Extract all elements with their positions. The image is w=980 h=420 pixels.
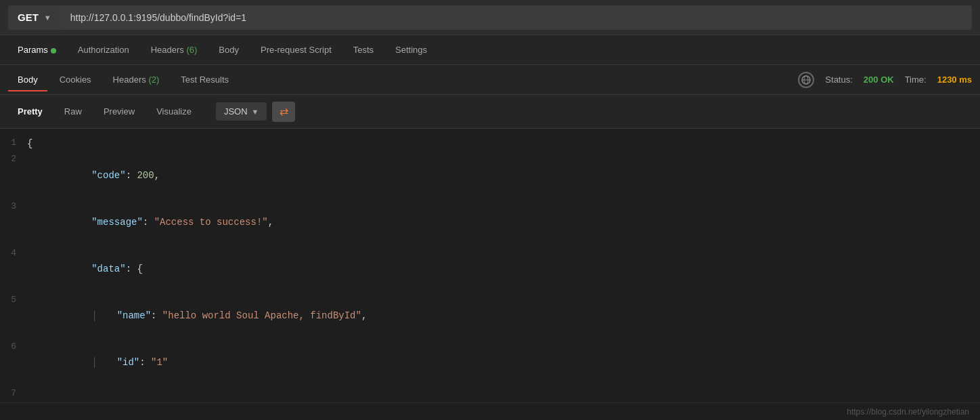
line-content: } xyxy=(27,387,980,402)
footer-link: https://blog.csdn.net/yilongzhetian xyxy=(847,407,969,417)
view-pretty[interactable]: Pretty xyxy=(9,102,51,121)
method-selector[interactable]: GET ▼ xyxy=(8,5,61,30)
json-body[interactable]: 1 { 2 "code": 200, 3 "message": "Access … xyxy=(0,129,980,402)
line-content: "data": { xyxy=(27,247,980,292)
tab-headers-response[interactable]: Headers (2) xyxy=(104,68,169,91)
tab-body-response[interactable]: Body xyxy=(8,68,47,91)
json-line-6: 6 │"id": "1" xyxy=(0,339,980,386)
json-line-5: 5 │"name": "hello world Soul Apache, fin… xyxy=(0,293,980,339)
view-preview[interactable]: Preview xyxy=(95,102,143,121)
line-number: 5 xyxy=(0,293,27,308)
wrap-button[interactable]: ⇄ xyxy=(272,102,295,122)
line-content: │"name": "hello world Soul Apache, findB… xyxy=(27,293,980,339)
headers-badge: (6) xyxy=(186,45,197,55)
line-number: 3 xyxy=(0,200,27,214)
line-number: 2 xyxy=(0,152,27,167)
request-tabs: Params Authorization Headers (6) Body Pr… xyxy=(0,35,980,65)
method-label: GET xyxy=(18,12,39,23)
tab-cookies[interactable]: Cookies xyxy=(50,68,101,91)
tab-test-results[interactable]: Test Results xyxy=(171,68,238,91)
line-content: "code": 200, xyxy=(27,152,980,198)
globe-icon[interactable] xyxy=(798,72,814,88)
response-headers-badge: (2) xyxy=(148,75,159,85)
response-status-area: Status: 200 OK Time: 1230 ms xyxy=(798,72,972,88)
line-number: 6 xyxy=(0,340,27,354)
tab-params[interactable]: Params xyxy=(8,38,66,62)
json-line-2: 2 "code": 200, xyxy=(0,152,980,198)
tab-headers-request[interactable]: Headers (6) xyxy=(141,38,207,62)
time-label: Time: xyxy=(905,75,927,85)
wrap-icon: ⇄ xyxy=(280,105,288,118)
tab-body-request[interactable]: Body xyxy=(209,38,248,62)
tab-tests[interactable]: Tests xyxy=(344,38,383,62)
view-visualize[interactable]: Visualize xyxy=(148,102,200,121)
format-chevron-icon: ▼ xyxy=(252,108,259,116)
json-line-1: 1 { xyxy=(0,135,980,152)
line-content: { xyxy=(27,136,980,151)
json-line-4: 4 "data": { xyxy=(0,246,980,293)
json-content-area: 1 { 2 "code": 200, 3 "message": "Access … xyxy=(0,129,980,402)
status-label: Status: xyxy=(825,75,852,85)
tab-settings[interactable]: Settings xyxy=(386,38,437,62)
status-value: 200 OK xyxy=(864,75,894,85)
url-bar: GET ▼ xyxy=(0,0,980,35)
line-number: 1 xyxy=(0,136,27,150)
view-raw[interactable]: Raw xyxy=(56,102,90,121)
json-line-3: 3 "message": "Access to success!", xyxy=(0,199,980,246)
footer-bar: https://blog.csdn.net/yilongzhetian xyxy=(0,402,980,420)
method-chevron-icon: ▼ xyxy=(44,14,51,22)
line-number: 4 xyxy=(0,247,27,261)
json-line-7: 7 } xyxy=(0,386,980,402)
format-dropdown[interactable]: JSON ▼ xyxy=(216,102,267,121)
params-dot-icon xyxy=(51,48,56,54)
line-number: 7 xyxy=(0,387,27,401)
tab-prerequest[interactable]: Pre-request Script xyxy=(251,38,341,62)
response-tabs: Body Cookies Headers (2) Test Results St… xyxy=(0,65,980,95)
format-label: JSON xyxy=(224,106,248,117)
line-content: │"id": "1" xyxy=(27,340,980,385)
tab-authorization[interactable]: Authorization xyxy=(68,38,139,62)
body-toolbar: Pretty Raw Preview Visualize JSON ▼ ⇄ xyxy=(0,95,980,129)
line-content: "message": "Access to success!", xyxy=(27,200,980,245)
time-value: 1230 ms xyxy=(937,75,972,85)
url-input[interactable] xyxy=(61,5,972,30)
